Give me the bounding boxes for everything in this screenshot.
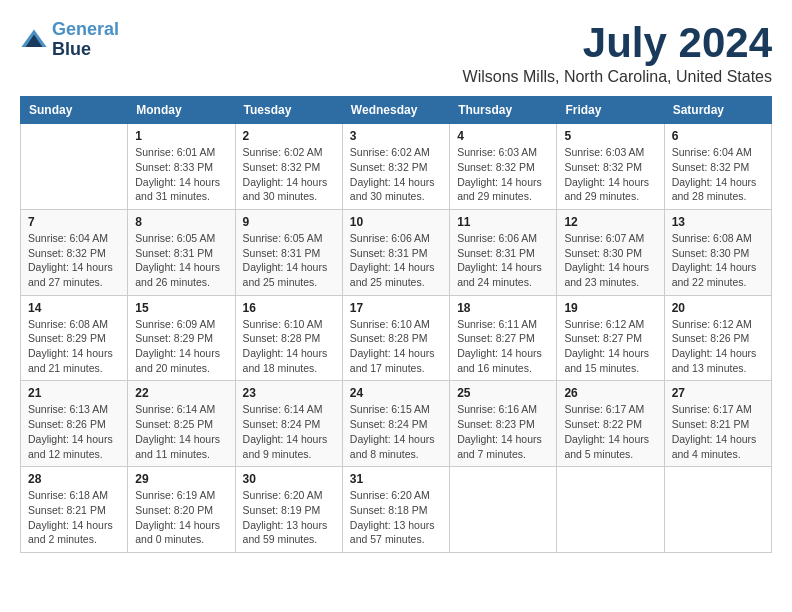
weekday-header-monday: Monday (128, 97, 235, 124)
weekday-header-saturday: Saturday (664, 97, 771, 124)
day-cell: 26Sunrise: 6:17 AMSunset: 8:22 PMDayligh… (557, 381, 664, 467)
day-number: 31 (350, 472, 442, 486)
day-cell: 23Sunrise: 6:14 AMSunset: 8:24 PMDayligh… (235, 381, 342, 467)
day-number: 15 (135, 301, 227, 315)
title-area: July 2024 Wilsons Mills, North Carolina,… (463, 20, 772, 86)
weekday-header-tuesday: Tuesday (235, 97, 342, 124)
day-info: Sunrise: 6:10 AMSunset: 8:28 PMDaylight:… (350, 317, 442, 376)
day-number: 14 (28, 301, 120, 315)
day-cell: 27Sunrise: 6:17 AMSunset: 8:21 PMDayligh… (664, 381, 771, 467)
day-cell: 13Sunrise: 6:08 AMSunset: 8:30 PMDayligh… (664, 209, 771, 295)
day-cell: 3Sunrise: 6:02 AMSunset: 8:32 PMDaylight… (342, 124, 449, 210)
day-info: Sunrise: 6:11 AMSunset: 8:27 PMDaylight:… (457, 317, 549, 376)
day-info: Sunrise: 6:05 AMSunset: 8:31 PMDaylight:… (243, 231, 335, 290)
day-number: 18 (457, 301, 549, 315)
weekday-header-friday: Friday (557, 97, 664, 124)
day-number: 3 (350, 129, 442, 143)
day-number: 27 (672, 386, 764, 400)
day-cell: 4Sunrise: 6:03 AMSunset: 8:32 PMDaylight… (450, 124, 557, 210)
day-number: 5 (564, 129, 656, 143)
subtitle: Wilsons Mills, North Carolina, United St… (463, 68, 772, 86)
day-info: Sunrise: 6:12 AMSunset: 8:27 PMDaylight:… (564, 317, 656, 376)
day-number: 30 (243, 472, 335, 486)
day-cell: 1Sunrise: 6:01 AMSunset: 8:33 PMDaylight… (128, 124, 235, 210)
weekday-header-row: SundayMondayTuesdayWednesdayThursdayFrid… (21, 97, 772, 124)
day-cell (450, 467, 557, 553)
day-number: 28 (28, 472, 120, 486)
week-row-5: 28Sunrise: 6:18 AMSunset: 8:21 PMDayligh… (21, 467, 772, 553)
day-info: Sunrise: 6:20 AMSunset: 8:18 PMDaylight:… (350, 488, 442, 547)
day-cell: 28Sunrise: 6:18 AMSunset: 8:21 PMDayligh… (21, 467, 128, 553)
day-cell: 5Sunrise: 6:03 AMSunset: 8:32 PMDaylight… (557, 124, 664, 210)
day-number: 9 (243, 215, 335, 229)
day-info: Sunrise: 6:09 AMSunset: 8:29 PMDaylight:… (135, 317, 227, 376)
day-info: Sunrise: 6:03 AMSunset: 8:32 PMDaylight:… (564, 145, 656, 204)
day-cell: 22Sunrise: 6:14 AMSunset: 8:25 PMDayligh… (128, 381, 235, 467)
day-info: Sunrise: 6:10 AMSunset: 8:28 PMDaylight:… (243, 317, 335, 376)
day-number: 26 (564, 386, 656, 400)
day-cell: 14Sunrise: 6:08 AMSunset: 8:29 PMDayligh… (21, 295, 128, 381)
day-number: 23 (243, 386, 335, 400)
day-info: Sunrise: 6:05 AMSunset: 8:31 PMDaylight:… (135, 231, 227, 290)
week-row-2: 7Sunrise: 6:04 AMSunset: 8:32 PMDaylight… (21, 209, 772, 295)
day-cell: 24Sunrise: 6:15 AMSunset: 8:24 PMDayligh… (342, 381, 449, 467)
weekday-header-wednesday: Wednesday (342, 97, 449, 124)
day-cell (557, 467, 664, 553)
day-info: Sunrise: 6:08 AMSunset: 8:30 PMDaylight:… (672, 231, 764, 290)
day-cell: 6Sunrise: 6:04 AMSunset: 8:32 PMDaylight… (664, 124, 771, 210)
day-info: Sunrise: 6:20 AMSunset: 8:19 PMDaylight:… (243, 488, 335, 547)
day-cell: 15Sunrise: 6:09 AMSunset: 8:29 PMDayligh… (128, 295, 235, 381)
day-info: Sunrise: 6:02 AMSunset: 8:32 PMDaylight:… (350, 145, 442, 204)
day-info: Sunrise: 6:19 AMSunset: 8:20 PMDaylight:… (135, 488, 227, 547)
day-number: 8 (135, 215, 227, 229)
day-info: Sunrise: 6:01 AMSunset: 8:33 PMDaylight:… (135, 145, 227, 204)
day-cell: 9Sunrise: 6:05 AMSunset: 8:31 PMDaylight… (235, 209, 342, 295)
day-cell: 16Sunrise: 6:10 AMSunset: 8:28 PMDayligh… (235, 295, 342, 381)
day-info: Sunrise: 6:03 AMSunset: 8:32 PMDaylight:… (457, 145, 549, 204)
day-cell: 30Sunrise: 6:20 AMSunset: 8:19 PMDayligh… (235, 467, 342, 553)
day-cell: 18Sunrise: 6:11 AMSunset: 8:27 PMDayligh… (450, 295, 557, 381)
day-cell (21, 124, 128, 210)
calendar-table: SundayMondayTuesdayWednesdayThursdayFrid… (20, 96, 772, 553)
week-row-3: 14Sunrise: 6:08 AMSunset: 8:29 PMDayligh… (21, 295, 772, 381)
day-cell: 7Sunrise: 6:04 AMSunset: 8:32 PMDaylight… (21, 209, 128, 295)
day-cell: 11Sunrise: 6:06 AMSunset: 8:31 PMDayligh… (450, 209, 557, 295)
day-number: 20 (672, 301, 764, 315)
day-number: 6 (672, 129, 764, 143)
day-number: 29 (135, 472, 227, 486)
day-info: Sunrise: 6:02 AMSunset: 8:32 PMDaylight:… (243, 145, 335, 204)
day-number: 13 (672, 215, 764, 229)
day-number: 2 (243, 129, 335, 143)
day-cell: 20Sunrise: 6:12 AMSunset: 8:26 PMDayligh… (664, 295, 771, 381)
day-number: 22 (135, 386, 227, 400)
day-info: Sunrise: 6:06 AMSunset: 8:31 PMDaylight:… (457, 231, 549, 290)
day-info: Sunrise: 6:07 AMSunset: 8:30 PMDaylight:… (564, 231, 656, 290)
day-number: 21 (28, 386, 120, 400)
day-cell: 31Sunrise: 6:20 AMSunset: 8:18 PMDayligh… (342, 467, 449, 553)
day-number: 4 (457, 129, 549, 143)
day-cell: 8Sunrise: 6:05 AMSunset: 8:31 PMDaylight… (128, 209, 235, 295)
main-title: July 2024 (463, 20, 772, 66)
day-number: 24 (350, 386, 442, 400)
day-cell: 29Sunrise: 6:19 AMSunset: 8:20 PMDayligh… (128, 467, 235, 553)
day-info: Sunrise: 6:04 AMSunset: 8:32 PMDaylight:… (672, 145, 764, 204)
day-info: Sunrise: 6:16 AMSunset: 8:23 PMDaylight:… (457, 402, 549, 461)
day-number: 16 (243, 301, 335, 315)
day-number: 10 (350, 215, 442, 229)
day-cell: 21Sunrise: 6:13 AMSunset: 8:26 PMDayligh… (21, 381, 128, 467)
day-cell: 12Sunrise: 6:07 AMSunset: 8:30 PMDayligh… (557, 209, 664, 295)
day-cell (664, 467, 771, 553)
week-row-1: 1Sunrise: 6:01 AMSunset: 8:33 PMDaylight… (21, 124, 772, 210)
day-info: Sunrise: 6:12 AMSunset: 8:26 PMDaylight:… (672, 317, 764, 376)
day-info: Sunrise: 6:17 AMSunset: 8:21 PMDaylight:… (672, 402, 764, 461)
day-number: 17 (350, 301, 442, 315)
day-info: Sunrise: 6:18 AMSunset: 8:21 PMDaylight:… (28, 488, 120, 547)
day-number: 11 (457, 215, 549, 229)
day-cell: 10Sunrise: 6:06 AMSunset: 8:31 PMDayligh… (342, 209, 449, 295)
day-cell: 2Sunrise: 6:02 AMSunset: 8:32 PMDaylight… (235, 124, 342, 210)
weekday-header-sunday: Sunday (21, 97, 128, 124)
day-number: 7 (28, 215, 120, 229)
day-number: 25 (457, 386, 549, 400)
page-header: General Blue July 2024 Wilsons Mills, No… (20, 20, 772, 86)
logo-icon (20, 26, 48, 54)
